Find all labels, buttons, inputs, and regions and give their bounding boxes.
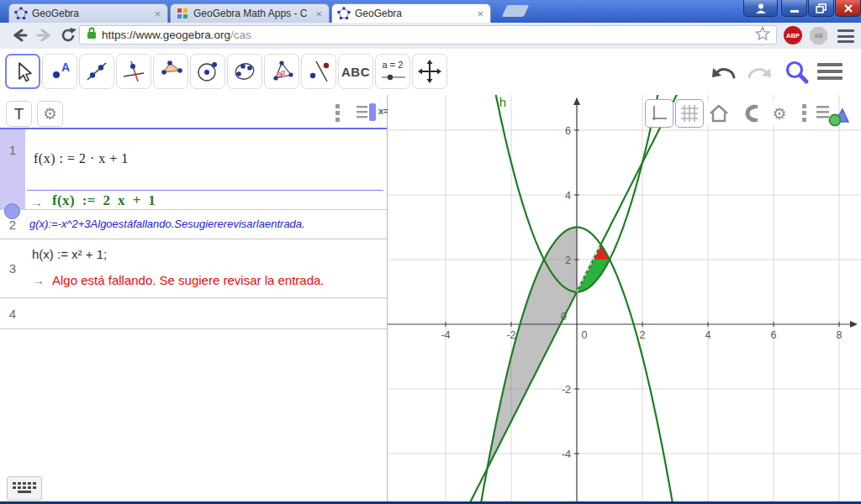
cas-view-icon[interactable]: x= xyxy=(357,103,387,125)
cas-output: f(x) := 2 x + 1 xyxy=(52,192,156,209)
cas-row-gutter[interactable] xyxy=(0,129,25,209)
browser-tab-2[interactable]: GeoGebra Math Apps - C × xyxy=(170,3,330,23)
circle-tool[interactable] xyxy=(190,54,225,89)
adblock-disabled-icon[interactable]: AB xyxy=(810,27,827,45)
geogebra-favicon xyxy=(337,7,351,20)
cas-kebab-menu-icon[interactable] xyxy=(335,104,340,122)
svg-text:6: 6 xyxy=(771,329,777,341)
graphics-panel: -4-22468642-2-400h ⚙ xyxy=(388,95,861,504)
svg-text:2: 2 xyxy=(640,329,646,341)
geogebra-toolbar: A α ABC a = 2 xyxy=(0,49,861,96)
bookmark-star-icon[interactable] xyxy=(755,26,770,45)
cas-error-output: Algo está fallando. Se sugiere revisar l… xyxy=(52,273,325,287)
input-underline xyxy=(27,190,383,191)
close-button[interactable] xyxy=(835,0,861,17)
https-lock-icon xyxy=(87,27,97,43)
url-text: https://www.geogebra.org/cas xyxy=(102,29,755,41)
gray-region xyxy=(488,228,578,469)
text-tool[interactable]: ABC xyxy=(338,54,373,89)
svg-text:-2: -2 xyxy=(562,384,571,396)
math-apps-favicon xyxy=(176,7,189,20)
minimize-button[interactable] xyxy=(781,0,807,17)
geogebra-favicon xyxy=(14,7,28,20)
gear-icon: ⚙ xyxy=(43,104,57,123)
virtual-keyboard-toggle[interactable] xyxy=(7,476,42,501)
snap-magnet-button[interactable] xyxy=(737,102,761,125)
graphics-kebab-menu-icon[interactable] xyxy=(802,104,806,122)
green-region xyxy=(577,260,610,292)
angle-tool[interactable]: α xyxy=(264,54,299,89)
svg-text:2: 2 xyxy=(565,255,571,266)
cas-row-4[interactable]: 4 xyxy=(0,298,387,329)
tab-title: GeoGebra xyxy=(32,8,152,19)
cas-panel: T ⚙ x= 1 f(x) : = 2 · x + 1 → f(x) := 2 … xyxy=(0,95,388,504)
svg-text:-4: -4 xyxy=(441,329,450,341)
output-arrow: → xyxy=(30,195,43,209)
tab-close-icon[interactable]: × xyxy=(475,8,485,19)
url-bar[interactable]: https://www.geogebra.org/cas xyxy=(79,25,777,45)
browser-navbar: https://www.geogebra.org/cas ABP AB xyxy=(0,23,861,50)
svg-text:4: 4 xyxy=(705,329,711,341)
point-tool[interactable]: A xyxy=(42,54,77,89)
profile-button[interactable] xyxy=(743,0,778,17)
titlebar: GeoGebra × GeoGebra Math Apps - C × GeoG… xyxy=(0,0,861,23)
line-tool[interactable] xyxy=(79,54,114,89)
svg-text:-2: -2 xyxy=(506,329,515,341)
svg-text:-4: -4 xyxy=(562,449,571,460)
restore-button[interactable] xyxy=(808,0,834,17)
cas-row-2[interactable]: 2 g(x):=-x^2+3Algoestáfallando.Sesugiere… xyxy=(0,210,387,239)
svg-text:α: α xyxy=(281,68,285,76)
cas-input[interactable]: h(x) := x² + 1; xyxy=(32,247,107,261)
svg-text:A: A xyxy=(61,60,70,74)
tab-close-icon[interactable]: × xyxy=(314,8,324,19)
svg-text:6: 6 xyxy=(565,125,571,137)
move-graphics-tool[interactable] xyxy=(412,54,447,89)
browser-menu-icon[interactable] xyxy=(837,29,854,43)
cas-input[interactable]: f(x) : = 2 · x + 1 xyxy=(34,151,129,166)
cas-settings-button[interactable]: ⚙ xyxy=(37,101,63,127)
toggle-grid-button[interactable] xyxy=(675,99,704,128)
slider-tool[interactable]: a = 2 xyxy=(375,54,410,89)
browser-window: GeoGebra × GeoGebra Math Apps - C × GeoG… xyxy=(0,0,861,504)
perpendicular-line-tool[interactable] xyxy=(116,54,151,89)
svg-text:h: h xyxy=(499,95,506,109)
move-tool[interactable] xyxy=(5,54,40,89)
polygon-tool[interactable] xyxy=(153,54,188,89)
svg-text:8: 8 xyxy=(837,329,843,341)
toggle-axes-button[interactable] xyxy=(645,99,673,128)
geogebra-menu-icon[interactable] xyxy=(817,63,843,80)
tab-close-icon[interactable]: × xyxy=(152,8,162,19)
browser-tab-1[interactable]: GeoGebra × xyxy=(8,3,168,23)
adblock-plus-icon[interactable]: ABP xyxy=(784,26,802,45)
browser-tab-3-active[interactable]: GeoGebra × xyxy=(331,3,491,23)
svg-text:0: 0 xyxy=(582,329,588,341)
svg-text:4: 4 xyxy=(565,190,571,202)
new-tab-button[interactable] xyxy=(502,5,530,17)
tab-title: GeoGebra xyxy=(355,8,475,19)
graphics-view-icon[interactable] xyxy=(815,102,852,130)
ellipse-tool[interactable] xyxy=(227,54,262,89)
keyboard-text-button[interactable]: T xyxy=(6,101,32,127)
search-icon[interactable] xyxy=(784,59,811,89)
output-arrow: → xyxy=(32,273,45,287)
reload-icon[interactable] xyxy=(59,26,77,48)
keyboard-icon xyxy=(12,481,37,496)
reflect-tool[interactable] xyxy=(301,54,336,89)
redo-icon[interactable] xyxy=(744,60,773,88)
graphics-view[interactable]: -4-22468642-2-400h xyxy=(388,95,861,504)
cas-row-3[interactable]: 3 h(x) := x² + 1; → Algo está fallando. … xyxy=(0,239,387,298)
gear-icon: ⚙ xyxy=(772,104,786,123)
forward-icon[interactable] xyxy=(35,27,54,47)
back-icon[interactable] xyxy=(10,27,29,47)
graphics-settings-button[interactable]: ⚙ xyxy=(768,102,791,125)
home-button[interactable] xyxy=(707,102,731,125)
cas-inline-error[interactable]: g(x):=-x^2+3Algoestáfallando.Sesugierere… xyxy=(29,218,385,230)
tab-title: GeoGebra Math Apps - C xyxy=(193,8,314,19)
undo-icon[interactable] xyxy=(710,60,739,88)
cas-row-1[interactable]: 1 f(x) : = 2 · x + 1 → f(x) := 2 x + 1 xyxy=(0,129,387,210)
